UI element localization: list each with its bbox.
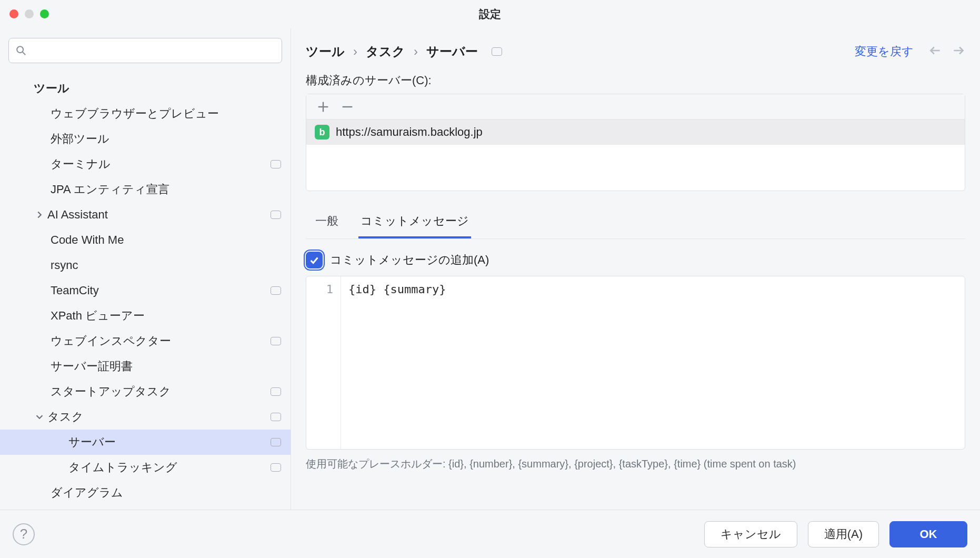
breadcrumb-separator-icon: › <box>353 44 357 59</box>
sidebar-item-code-with-me[interactable]: Code With Me <box>0 227 291 253</box>
window-title: 設定 <box>0 7 980 22</box>
sidebar-item-time-tracking[interactable]: タイムトラッキング <box>0 455 291 480</box>
project-badge-icon <box>271 211 281 219</box>
server-url: https://samuraism.backlog.jp <box>336 125 483 139</box>
placeholder-hint: 使用可能なプレースホルダー: {id}, {number}, {summary}… <box>306 457 965 471</box>
sidebar-item-rsync[interactable]: rsync <box>0 253 291 278</box>
server-list-panel: b https://samuraism.backlog.jp <box>306 94 965 191</box>
remove-server-button[interactable] <box>340 99 355 114</box>
server-toolbar <box>306 94 965 119</box>
svg-point-0 <box>17 46 23 53</box>
sidebar-item-ai-assistant[interactable]: AI Assistant <box>0 202 291 227</box>
sidebar-item-server-certificates[interactable]: サーバー証明書 <box>0 354 291 379</box>
editor-content[interactable]: {id} {summary} <box>341 276 965 449</box>
sidebar-item-web-browsers[interactable]: ウェブブラウザーとプレビュー <box>0 101 291 126</box>
help-button[interactable]: ? <box>13 523 35 545</box>
project-badge-icon <box>271 387 281 396</box>
sidebar-item-tools[interactable]: ツール <box>0 76 291 101</box>
sidebar-item-tasks[interactable]: タスク <box>0 404 291 430</box>
chevron-down-icon <box>34 411 45 423</box>
sidebar-item-jpa[interactable]: JPA エンティティ宣言 <box>0 177 291 202</box>
project-badge-icon <box>271 413 281 421</box>
project-badge-icon <box>492 47 502 56</box>
project-badge-icon <box>271 337 281 345</box>
nav-arrows <box>928 44 965 60</box>
tab-general[interactable]: 一般 <box>313 207 341 238</box>
sidebar-item-external-tools[interactable]: 外部ツール <box>0 126 291 152</box>
breadcrumb-item[interactable]: タスク <box>366 43 405 60</box>
breadcrumb-item[interactable]: ツール <box>306 43 345 60</box>
tab-commit-message[interactable]: コミットメッセージ <box>358 207 471 238</box>
sidebar-item-teamcity[interactable]: TeamCity <box>0 278 291 303</box>
append-commit-message-checkbox[interactable] <box>306 252 323 268</box>
sidebar-item-xpath[interactable]: XPath ビューアー <box>0 303 291 328</box>
ok-button[interactable]: OK <box>889 521 967 547</box>
project-badge-icon <box>271 160 281 168</box>
svg-line-1 <box>23 52 26 55</box>
backlog-icon: b <box>315 125 329 140</box>
titlebar: 設定 <box>0 0 980 28</box>
cancel-button[interactable]: キャンセル <box>704 521 797 547</box>
editor-gutter: 1 <box>306 276 341 449</box>
tabs: 一般 コミットメッセージ <box>306 207 965 239</box>
search-box[interactable] <box>8 38 282 63</box>
breadcrumb-current: サーバー <box>426 43 478 60</box>
breadcrumb-separator-icon: › <box>414 44 418 59</box>
sidebar-item-terminal[interactable]: ターミナル <box>0 152 291 177</box>
sidebar-item-servers[interactable]: サーバー <box>0 430 291 455</box>
footer: ? キャンセル 適用(A) OK <box>0 510 980 558</box>
line-number: 1 <box>306 283 333 296</box>
project-badge-icon <box>271 463 281 472</box>
configured-servers-label: 構成済みのサーバー(C): <box>306 73 965 88</box>
sidebar-item-startup-tasks[interactable]: スタートアップタスク <box>0 379 291 404</box>
server-row[interactable]: b https://samuraism.backlog.jp <box>306 119 965 145</box>
apply-button[interactable]: 適用(A) <box>808 521 879 547</box>
sidebar: ツール ウェブブラウザーとプレビュー 外部ツール ターミナル JPA エンティテ… <box>0 28 291 510</box>
chevron-right-icon <box>34 209 45 221</box>
settings-tree: ツール ウェブブラウザーとプレビュー 外部ツール ターミナル JPA エンティテ… <box>0 68 291 510</box>
append-commit-message-label: コミットメッセージの追加(A) <box>330 252 489 268</box>
commit-template-editor[interactable]: 1 {id} {summary} <box>306 276 965 450</box>
search-icon <box>15 45 27 56</box>
sidebar-item-web-inspector[interactable]: ウェブインスペクター <box>0 328 291 354</box>
revert-link[interactable]: 変更を戻す <box>855 44 914 59</box>
server-list: b https://samuraism.backlog.jp <box>306 119 965 191</box>
add-server-button[interactable] <box>316 99 331 114</box>
forward-icon[interactable] <box>952 44 965 60</box>
back-icon[interactable] <box>928 44 942 60</box>
breadcrumb: ツール › タスク › サーバー <box>306 43 502 60</box>
search-input[interactable] <box>27 45 282 56</box>
sidebar-item-diagrams[interactable]: ダイアグラム <box>0 480 291 505</box>
project-badge-icon <box>271 438 281 446</box>
project-badge-icon <box>271 286 281 295</box>
content-panel: ツール › タスク › サーバー 変更を戻す 構成済みのサーバー(C): <box>291 28 980 510</box>
editor-text: {id} {summary} <box>348 283 446 296</box>
